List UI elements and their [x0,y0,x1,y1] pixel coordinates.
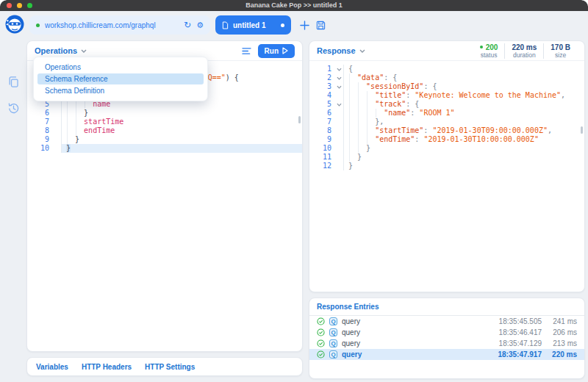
documents-nav-button[interactable] [5,73,21,90]
response-entries-panel: Response Entries Qquery18:35:45.505241 m… [309,298,585,379]
editor-line[interactable]: 9 "endTime": "2019-01-30T10:00:00.000Z" [309,135,584,144]
editor-line[interactable]: 10} [27,144,302,153]
editor-line[interactable]: 7 }, [309,118,584,126]
editor-line[interactable]: 8 "startTime": "2019-01-30T09:00:00.000Z… [309,126,584,135]
entry-row[interactable]: Qquery18:35:46.417206 ms [309,327,584,338]
line-number: 10 [27,144,52,153]
code-text: "data": { [343,73,584,82]
response-selector-chevron-icon[interactable] [359,49,365,53]
editor-line[interactable]: 6 "name": "ROOM 1" [309,109,584,118]
line-number: 11 [309,153,334,162]
endpoint-url: workshop.chillicream.com/graphql [45,21,179,29]
code-text: "sessionById": { [343,82,584,91]
settings-gear-icon[interactable]: ⚙ [196,21,204,29]
dropdown-item-schema-definition[interactable]: Schema Definition [37,85,204,96]
editor-line[interactable]: 12} [309,162,584,170]
code-text: } [61,144,302,153]
code-text: startTime [61,118,302,126]
app-logo-icon [5,15,24,34]
editor-line[interactable]: 9 } [27,135,302,144]
fold-spacer [334,126,343,135]
endpoint-url-bar[interactable]: workshop.chillicream.com/graphql ↻ ⚙ [29,15,210,35]
document-icon [222,21,229,29]
status-value: 200 [486,43,498,51]
query-editor[interactable]: 1{2 sessionById(id: "U2Vzc2lvbjoxMQ==") … [27,62,302,351]
fold-chevron-icon[interactable] [334,100,343,109]
entry-time: 18:35:46.417 [499,328,542,336]
query-icon: Q [329,328,337,336]
dropdown-item-schema-reference[interactable]: Schema Reference [37,73,204,84]
entry-row[interactable]: Qquery18:35:45.505241 ms [309,316,584,327]
query-icon: Q [329,350,337,358]
connection-status-dot [36,24,40,27]
run-label: Run [265,47,279,55]
fold-chevron-icon[interactable] [334,82,343,91]
line-number: 9 [27,135,52,144]
entry-row[interactable]: Qquery18:35:47.917220 ms [309,349,584,360]
run-button[interactable]: Run [258,44,295,58]
history-nav-button[interactable] [5,100,21,116]
line-number: 9 [309,135,334,144]
editor-line[interactable]: 7 startTime [27,118,302,126]
line-number: 4 [309,91,334,100]
entry-duration: 220 ms [546,350,577,358]
save-button[interactable] [315,19,326,31]
operations-title: Operations [35,46,77,55]
fold-spacer [334,135,343,144]
operations-selector-chevron-icon[interactable] [81,49,87,53]
fold-chevron-icon[interactable] [334,65,343,73]
code-text: "title": "Keynote: Welcome to the Machin… [343,91,584,100]
editor-line[interactable]: 3 "sessionById": { [309,82,584,91]
entry-row[interactable]: Qquery18:35:47.129213 ms [309,338,584,349]
duration-metric: 220 ms duration [504,43,543,59]
plus-icon [300,21,309,30]
editor-line[interactable]: 2 "data": { [309,73,584,82]
success-icon [317,328,325,336]
editor-line[interactable]: 6 } [27,109,302,118]
editor-line[interactable]: 4 "title": "Keynote: Welcome to the Mach… [309,91,584,100]
tab-http-settings[interactable]: HTTP Settings [145,363,195,371]
entry-time: 18:35:47.129 [499,339,542,347]
document-tab[interactable]: untitled 1 [215,15,291,35]
format-document-icon[interactable] [242,47,251,55]
unsaved-dot-icon [281,24,284,27]
new-tab-button[interactable] [298,19,310,31]
code-text: "track": { [343,100,584,109]
fold-spacer [334,153,343,162]
size-metric: 170 B size [543,43,577,59]
request-footer-tabs: VariablesHTTP HeadersHTTP Settings [26,357,303,376]
code-text: "endTime": "2019-01-30T10:00:00.000Z" [343,135,584,144]
editor-scroll-mark[interactable] [581,126,583,134]
fold-spacer [334,118,343,126]
status-dot-icon [480,46,483,48]
history-icon [7,102,20,115]
response-editor[interactable]: 1{2 "data": {3 "sessionById": {4 "title"… [309,62,584,292]
editor-line[interactable]: 11 } [309,153,584,162]
tab-variables[interactable]: Variables [36,363,68,371]
fold-spacer [334,109,343,118]
code-text: }, [343,118,584,126]
line-number: 5 [309,100,334,109]
success-icon [317,317,325,325]
entry-type: query [342,350,494,358]
editor-line[interactable]: 5 "track": { [309,100,584,109]
fold-chevron-icon[interactable] [334,73,343,82]
titlebar: Banana Cake Pop >> untitled 1 [0,0,588,11]
editor-line[interactable]: 8 endTime [27,126,302,135]
fold-spacer [52,135,61,144]
duration-label: duration [513,51,536,59]
code-text: { [343,65,584,73]
editor-line[interactable]: 1{ [309,65,584,73]
fold-spacer [52,118,61,126]
entry-duration: 213 ms [546,339,577,347]
editor-scroll-mark[interactable] [298,116,301,123]
refresh-icon[interactable]: ↻ [184,21,191,29]
editor-line[interactable]: 10 } [309,144,584,153]
tab-http-headers[interactable]: HTTP Headers [82,363,132,371]
line-number: 12 [309,162,334,170]
fold-spacer [52,109,61,118]
size-label: size [555,51,566,59]
fold-spacer [334,91,343,100]
dropdown-item-operations[interactable]: Operations [37,62,204,73]
window-title: Banana Cake Pop >> untitled 1 [0,0,588,11]
